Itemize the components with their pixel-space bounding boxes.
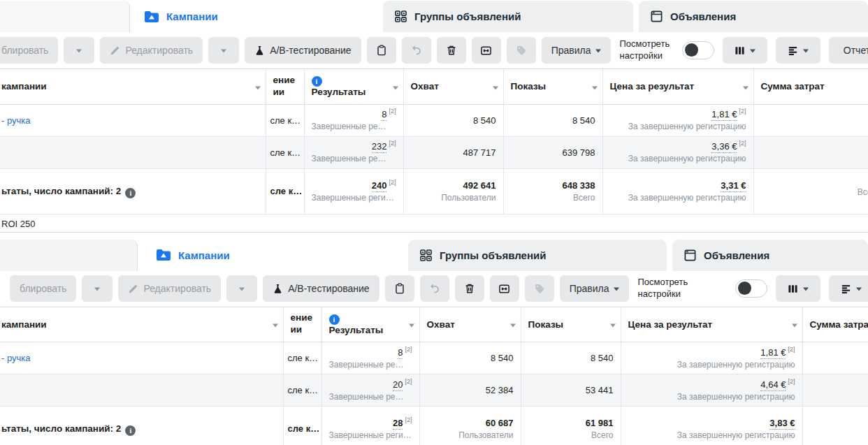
ab-test-button[interactable]: А/В-тестирование bbox=[263, 275, 379, 302]
col-amount-spent[interactable]: Сумма затрат bbox=[753, 69, 868, 104]
table-row[interactable]: сле к… 232[2] Завершенные ре… 487 717 63… bbox=[0, 136, 868, 168]
rules-button[interactable]: Правила bbox=[542, 37, 612, 64]
flask-icon bbox=[254, 45, 265, 56]
edit-button[interactable]: Редактировать bbox=[100, 37, 203, 64]
columns-button[interactable] bbox=[723, 37, 767, 64]
chevron-down-icon bbox=[614, 287, 619, 293]
sort-caret-icon[interactable] bbox=[409, 324, 414, 330]
campaign-name-link[interactable]: - ручка bbox=[0, 104, 266, 136]
sort-caret-icon[interactable] bbox=[273, 324, 278, 330]
col-results[interactable]: i Результаты bbox=[321, 307, 419, 342]
sort-caret-icon[interactable] bbox=[255, 86, 261, 92]
col-campaign-name[interactable]: кампании bbox=[0, 69, 266, 104]
window-icon bbox=[650, 10, 663, 23]
col-results[interactable]: i Результаты bbox=[304, 69, 403, 104]
col-cost-per-result[interactable]: Цена за результат bbox=[621, 307, 802, 342]
results-cell: 28[2] Завершенные реги… bbox=[321, 407, 419, 445]
tab-stub-left[interactable] bbox=[0, 240, 138, 271]
results-cell: 8[2] Завершенные ре… bbox=[321, 342, 419, 374]
view-settings-link[interactable]: Посмотреть настройки bbox=[619, 38, 670, 62]
campaign-name-link[interactable]: - ручка bbox=[0, 342, 283, 374]
info-circle-icon[interactable]: i bbox=[125, 188, 136, 198]
edit-button[interactable]: Редактировать bbox=[118, 275, 221, 302]
tab-adsets[interactable]: Группы объявлений bbox=[408, 240, 667, 271]
campaigns-panel-bottom: Кампании Группы объявлений Объявления бл… bbox=[0, 239, 868, 445]
col-cost-per-result[interactable]: Цена за результат bbox=[602, 69, 753, 104]
sort-caret-icon[interactable] bbox=[610, 324, 616, 330]
tab-adsets[interactable]: Группы объявлений bbox=[383, 1, 633, 32]
attribution-cell: сле к… bbox=[283, 374, 321, 407]
attribution-cell: сле к… bbox=[266, 136, 304, 168]
tab-ads[interactable]: Объявления bbox=[672, 240, 868, 271]
col-reach[interactable]: Охват bbox=[403, 69, 503, 104]
undo-button[interactable] bbox=[402, 37, 431, 64]
tab-ads[interactable]: Объявления bbox=[639, 1, 868, 32]
duplicate-button[interactable]: блировать bbox=[10, 275, 76, 302]
grid-icon bbox=[394, 10, 407, 23]
tab-stub-left[interactable] bbox=[0, 1, 130, 32]
campaigns-panel-top: Кампании Группы объявлений Объявления бл… bbox=[0, 0, 868, 233]
paste-button[interactable] bbox=[367, 37, 396, 64]
col-amount-spent[interactable]: Сумма затрат bbox=[802, 307, 868, 342]
tab-campaigns[interactable]: Кампании bbox=[133, 1, 382, 32]
info-circle-icon[interactable]: i bbox=[329, 314, 340, 325]
breakdown-button[interactable] bbox=[776, 37, 820, 64]
col-campaign-name-label: кампании bbox=[1, 319, 47, 330]
trash-icon bbox=[446, 45, 457, 56]
table-row[interactable]: - ручка сле к… 8[2] Завершенные ре… 8 54… bbox=[0, 342, 868, 374]
totals-row: ьтаты, число кампаний: 2i сле к… 28[2] З… bbox=[0, 407, 868, 445]
tab-ads-label: Объявления bbox=[704, 249, 769, 261]
view-settings-link[interactable]: Посмотреть настройки bbox=[637, 277, 688, 300]
breakdown-button[interactable] bbox=[829, 275, 868, 302]
delete-button[interactable] bbox=[455, 275, 484, 302]
preview-button[interactable] bbox=[472, 37, 501, 64]
preview-toggle[interactable] bbox=[682, 41, 714, 59]
reports-button[interactable]: Отчеты bbox=[829, 37, 868, 64]
edit-menu-button[interactable] bbox=[226, 275, 257, 302]
delete-button[interactable] bbox=[437, 37, 466, 64]
preview-toggle[interactable] bbox=[735, 279, 767, 298]
ab-test-button[interactable]: А/В-тестирование bbox=[245, 37, 361, 64]
trash-icon bbox=[464, 283, 475, 294]
paste-button[interactable] bbox=[385, 275, 414, 302]
sort-caret-icon[interactable] bbox=[592, 86, 598, 92]
col-impressions[interactable]: Показы bbox=[521, 307, 621, 342]
edit-menu-button[interactable] bbox=[208, 37, 239, 64]
reach-cell: 492 641 Пользователи bbox=[403, 168, 503, 214]
spent-cell bbox=[802, 407, 868, 445]
undo-arrow-icon bbox=[411, 45, 422, 56]
tag-button[interactable] bbox=[507, 37, 536, 64]
attribution-cell: сле к… bbox=[266, 168, 304, 214]
columns-button[interactable] bbox=[776, 275, 820, 302]
grid-icon bbox=[419, 249, 433, 262]
sort-caret-icon[interactable] bbox=[493, 86, 498, 92]
sort-caret-icon[interactable] bbox=[743, 86, 748, 92]
cpr-cell: 1,81 €[2] За завершенную регистрацию bbox=[621, 342, 802, 374]
table-row[interactable]: сле к… 20[2] Завершенные ре… 52 384 53 4… bbox=[0, 374, 868, 407]
tab-adsets-label: Группы объявлений bbox=[440, 249, 546, 261]
tab-campaigns[interactable]: Кампании bbox=[145, 240, 404, 271]
undo-button[interactable] bbox=[420, 275, 449, 302]
results-cell: 232[2] Завершенные ре… bbox=[304, 136, 403, 168]
folder-arrow-icon bbox=[144, 10, 159, 23]
duplicate-button[interactable]: блировать bbox=[0, 37, 58, 64]
sort-caret-icon[interactable] bbox=[393, 86, 398, 92]
rules-button[interactable]: Правила bbox=[560, 275, 630, 302]
undo-arrow-icon bbox=[429, 283, 440, 294]
sort-caret-icon[interactable] bbox=[792, 324, 797, 330]
duplicate-menu-button[interactable] bbox=[64, 37, 94, 64]
preview-button[interactable] bbox=[490, 275, 519, 302]
col-attribution[interactable]: ение ии bbox=[283, 307, 321, 342]
table-header-row: кампании ение ии i Результаты Охват Пока… bbox=[0, 69, 868, 104]
chevron-down-icon bbox=[803, 287, 809, 293]
tag-button[interactable] bbox=[525, 275, 554, 302]
table-row[interactable]: - ручка сле к… 8[2] Завершенные ре… 8 54… bbox=[0, 104, 868, 136]
sort-caret-icon[interactable] bbox=[510, 324, 516, 330]
col-attribution[interactable]: ение ии bbox=[266, 69, 304, 104]
duplicate-menu-button[interactable] bbox=[82, 275, 113, 302]
col-reach[interactable]: Охват bbox=[419, 307, 521, 342]
col-campaign-name[interactable]: кампании bbox=[0, 307, 283, 342]
col-impressions[interactable]: Показы bbox=[503, 69, 602, 104]
info-circle-icon[interactable]: i bbox=[312, 76, 322, 87]
info-circle-icon[interactable]: i bbox=[125, 425, 136, 436]
